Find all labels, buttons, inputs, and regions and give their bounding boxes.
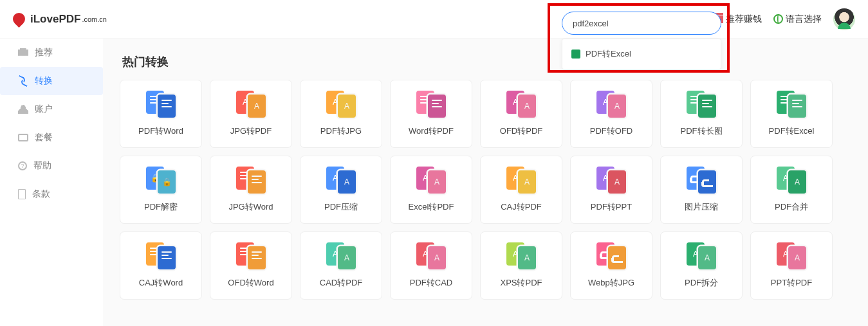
card-art-icon: AA (322, 91, 360, 118)
conversion-card[interactable]: AAXPS转PDF (480, 231, 562, 300)
card-label: Webp转JPG (588, 277, 634, 289)
card-label: XPS转PDF (500, 277, 542, 289)
sidebar-item-help[interactable]: 帮助 (0, 152, 103, 180)
search-suggestion[interactable]: PDF转Excel (562, 42, 721, 66)
conversion-card[interactable]: PDF转长图 (660, 80, 743, 148)
conversion-card[interactable]: AACAD转PDF (300, 231, 382, 300)
sidebar-item-label: 推荐 (35, 47, 53, 59)
language-select-link[interactable]: 语言选择 (773, 14, 822, 25)
sidebar-item-terms[interactable]: 条款 (0, 180, 103, 208)
card-art-icon (773, 91, 810, 118)
recommend-earn-link[interactable]: 推荐赚钱 (714, 14, 762, 25)
conversion-card[interactable]: Word转PDF (390, 80, 472, 148)
logo-domain: .com.cn (82, 15, 107, 23)
card-label: PDF解密 (144, 201, 178, 213)
excel-mini-icon (571, 50, 580, 59)
section-title: 热门转换 (122, 54, 851, 69)
conversion-card[interactable]: 🔒🔒PDF解密 (120, 156, 202, 224)
conversion-card[interactable]: AAPDF转CAD (390, 231, 472, 300)
card-label: PDF拆分 (685, 277, 718, 289)
card-art-icon (412, 91, 450, 118)
card-art-icon: AA (503, 242, 540, 269)
sidebar-item-label: 条款 (32, 188, 50, 200)
card-label: CAJ转PDF (501, 201, 542, 213)
card-art-icon (683, 167, 720, 194)
sidebar: 推荐 转换 账户 套餐 帮助 条款 (0, 39, 103, 326)
conversion-card[interactable]: Webp转JPG (570, 231, 652, 300)
card-art-icon (232, 167, 270, 194)
conversion-card[interactable]: JPG转Word (210, 156, 292, 224)
card-art-icon: AA (773, 242, 810, 269)
sidebar-item-label: 套餐 (35, 132, 53, 143)
conversion-card[interactable]: AAPDF压缩 (300, 156, 382, 224)
conversion-card[interactable]: AAPDF转JPG (300, 80, 382, 148)
card-label: OFD转PDF (500, 125, 542, 137)
search-input[interactable] (562, 12, 721, 35)
card-label: JPG转Word (228, 201, 273, 213)
sidebar-item-recommend[interactable]: 推荐 (0, 39, 103, 67)
user-icon (18, 105, 28, 114)
avatar[interactable] (833, 8, 855, 30)
card-art-icon (683, 91, 720, 118)
card-label: PDF转长图 (681, 125, 723, 137)
card-icon (18, 134, 28, 141)
conversion-card[interactable]: AAOFD转PDF (480, 80, 562, 148)
conversion-card[interactable]: AAPDF拆分 (660, 231, 743, 300)
sidebar-item-plan[interactable]: 套餐 (0, 123, 103, 152)
sidebar-item-label: 转换 (35, 75, 53, 87)
search-wrap: PDF转Excel (562, 12, 721, 69)
recommend-label: 推荐赚钱 (726, 14, 762, 25)
logo-heart-icon (10, 10, 28, 28)
conversion-card[interactable]: AAExcel转PDF (390, 156, 472, 224)
card-label: PDF压缩 (324, 201, 358, 213)
doc-icon (18, 189, 26, 199)
sidebar-item-account[interactable]: 账户 (0, 95, 103, 123)
card-art-icon (142, 91, 180, 118)
card-label: CAD转PDF (320, 277, 362, 289)
card-label: PPT转PDF (771, 277, 812, 289)
conversion-card[interactable]: AAJPG转PDF (210, 80, 292, 148)
card-art-icon: AA (322, 167, 360, 194)
card-art-icon (593, 242, 630, 269)
conversion-card[interactable]: CAJ转Word (120, 231, 202, 300)
language-label: 语言选择 (786, 14, 822, 25)
card-art-icon: 🔒🔒 (142, 167, 180, 194)
card-art-icon: AA (683, 242, 720, 269)
sidebar-item-convert[interactable]: 转换 (0, 67, 103, 95)
main: 热门转换 PDF转WordAAJPG转PDFAAPDF转JPGWord转PDFA… (103, 0, 868, 300)
card-label: Excel转PDF (409, 201, 454, 213)
conversion-card[interactable]: AACAJ转PDF (480, 156, 562, 224)
conversion-card[interactable]: PDF转Excel (750, 80, 833, 148)
sidebar-item-label: 账户 (35, 104, 53, 115)
card-label: PDF转CAD (410, 277, 452, 289)
card-art-icon: AA (412, 242, 450, 269)
help-icon (18, 161, 27, 170)
globe-icon (773, 14, 783, 24)
convert-icon (18, 77, 28, 86)
card-art-icon: AA (412, 167, 450, 194)
gift-icon (18, 48, 28, 57)
card-label: PDF转OFD (590, 125, 633, 137)
conversion-card[interactable]: AAPDF转OFD (570, 80, 652, 148)
sidebar-item-label: 帮助 (33, 160, 51, 172)
card-label: Word转PDF (409, 125, 454, 137)
conversion-card[interactable]: PDF转Word (120, 80, 202, 148)
conversion-card[interactable]: AAPPT转PDF (750, 231, 833, 300)
top-bar: iLovePDF .com.cn 推荐赚钱 语言选择 (0, 0, 868, 39)
search-dropdown: PDF转Excel (562, 39, 721, 69)
search-suggestion-label: PDF转Excel (586, 48, 631, 60)
conversion-card[interactable]: AAPDF合并 (750, 156, 833, 224)
card-art-icon: AA (232, 91, 270, 118)
conversion-grid: PDF转WordAAJPG转PDFAAPDF转JPGWord转PDFAAOFD转… (120, 80, 851, 300)
card-label: PDF转Excel (769, 125, 815, 137)
conversion-card[interactable]: OFD转Word (210, 231, 292, 300)
conversion-card[interactable]: AAPDF转PPT (570, 156, 652, 224)
card-label: OFD转Word (228, 277, 273, 289)
card-label: JPG转PDF (230, 125, 272, 137)
card-label: PDF转PPT (591, 201, 632, 213)
card-label: 图片压缩 (685, 201, 718, 213)
conversion-card[interactable]: 图片压缩 (660, 156, 743, 224)
card-art-icon (142, 242, 180, 269)
card-label: PDF转JPG (320, 125, 362, 137)
card-label: PDF合并 (775, 201, 808, 213)
